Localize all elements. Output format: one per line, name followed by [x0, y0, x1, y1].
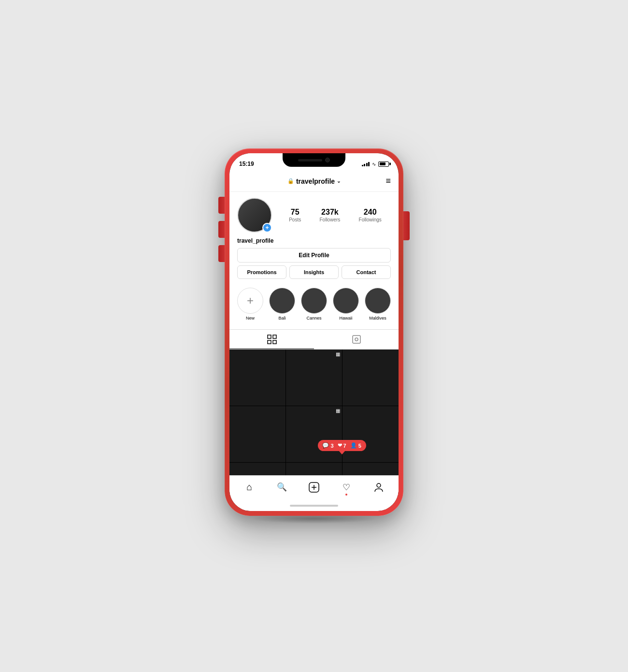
highlight-cannes[interactable]: Cannes [301, 288, 327, 321]
notch [283, 153, 345, 167]
home-icon: ⌂ [246, 482, 252, 493]
followers-stat[interactable]: 237k Followers [319, 208, 340, 222]
maldives-label: Maldives [369, 316, 386, 321]
comment-notification: 💬 3 [322, 442, 333, 449]
photo-grid: ▦ ▦ ▶ 💬 [229, 350, 399, 475]
action-buttons: Edit Profile Promotions Insights Contact [237, 248, 391, 279]
posts-count: 75 [291, 208, 300, 217]
battery-icon [378, 161, 389, 167]
add-story-button[interactable]: + [262, 223, 272, 233]
vol-up-button [218, 221, 225, 238]
nav-activity[interactable]: ♡ [330, 476, 362, 498]
profile-username: travel_profile [237, 237, 391, 244]
posts-label: Posts [289, 217, 301, 222]
followings-label: Followings [359, 217, 382, 222]
avatar-wrapper[interactable]: + [237, 198, 272, 233]
svg-rect-3 [273, 340, 276, 344]
tagged-icon [352, 335, 361, 344]
follow-count: 5 [358, 443, 361, 449]
grid-cell-2[interactable]: ▦ [286, 350, 342, 406]
grid-cell-7[interactable] [229, 463, 285, 475]
highlight-hawaii[interactable]: Hawaii [333, 288, 359, 321]
comment-count: 3 [330, 443, 333, 449]
grid-cell-5[interactable]: ▦ [286, 406, 342, 462]
nav-add[interactable] [298, 476, 330, 498]
grid-cell-3[interactable] [343, 350, 399, 406]
nav-search[interactable]: 🔍 [266, 476, 298, 498]
activity-dot [345, 494, 347, 496]
grid-cell-6[interactable] [343, 406, 399, 462]
profile-username-header[interactable]: 🔒 travelprofile ⌄ [287, 177, 341, 185]
like-count: 7 [343, 443, 346, 449]
highlights-row: + New Bali Cannes Haw [237, 284, 391, 325]
grid-cell-1[interactable] [229, 350, 285, 406]
speaker [298, 159, 322, 161]
highlight-new[interactable]: + New [237, 288, 263, 321]
grid-cell-9[interactable] [343, 463, 399, 475]
cannes-label: Cannes [306, 316, 321, 321]
signal-bar-3 [366, 163, 368, 166]
new-highlight-circle[interactable]: + [237, 288, 263, 314]
stats-row: 75 Posts 237k Followers 240 Followings [280, 208, 391, 222]
tab-grid[interactable] [229, 330, 314, 349]
status-icons: ∿ [362, 161, 389, 167]
multi-post-icon: ▦ [336, 351, 340, 357]
content-tabs [229, 329, 399, 350]
profile-icon [374, 482, 384, 492]
signal-bar-2 [364, 164, 365, 166]
nav-profile[interactable] [362, 476, 395, 498]
signal-bar-1 [362, 165, 363, 166]
bali-circle [269, 288, 295, 314]
svg-rect-0 [268, 335, 271, 338]
wifi-icon: ∿ [372, 161, 376, 167]
followings-stat[interactable]: 240 Followings [359, 208, 382, 222]
contact-button[interactable]: Contact [342, 265, 391, 279]
promotions-button[interactable]: Promotions [237, 265, 286, 279]
bali-label: Bali [278, 316, 285, 321]
grid-cell-4[interactable] [229, 406, 285, 462]
header-username-text: travelprofile [296, 177, 335, 185]
phone-device: 15:19 ∿ [225, 148, 403, 516]
grid-icon [267, 335, 277, 344]
tab-tagged[interactable] [314, 330, 399, 349]
multi-post-icon-2: ▦ [336, 408, 340, 413]
follow-notification: 👤 5 [350, 442, 361, 449]
notification-bubble: 💬 3 ❤ 7 👤 5 [317, 440, 366, 451]
signal-bar-4 [368, 162, 370, 166]
secondary-buttons-row: Promotions Insights Contact [237, 265, 391, 279]
nav-home[interactable]: ⌂ [233, 476, 266, 498]
battery-fill [380, 162, 386, 165]
maldives-circle [365, 288, 391, 314]
hawaii-label: Hawaii [339, 316, 352, 321]
grid-cell-8[interactable]: ▶ [286, 463, 342, 475]
bubble-tail [339, 451, 345, 454]
highlight-bali[interactable]: Bali [269, 288, 295, 321]
comment-icon: 💬 [322, 442, 329, 449]
edit-profile-button[interactable]: Edit Profile [237, 248, 391, 263]
svg-point-5 [355, 338, 358, 341]
insights-button[interactable]: Insights [289, 265, 339, 279]
svg-rect-2 [268, 340, 271, 344]
phone-screen: 15:19 ∿ [229, 153, 399, 511]
ig-header: 🔒 travelprofile ⌄ ≡ [229, 171, 399, 192]
menu-icon[interactable]: ≡ [385, 176, 391, 186]
followings-count: 240 [364, 208, 377, 217]
like-notification: ❤ 7 [338, 442, 346, 449]
heart-icon: ♡ [343, 482, 350, 493]
followers-count: 237k [321, 208, 339, 217]
lock-icon: 🔒 [287, 178, 294, 184]
profile-section: + 75 Posts 237k Followers [229, 192, 399, 329]
highlight-maldives[interactable]: Maldives [365, 288, 391, 321]
like-icon: ❤ [338, 442, 342, 449]
svg-point-9 [377, 483, 381, 487]
search-icon: 🔍 [277, 482, 287, 492]
add-icon [309, 482, 319, 493]
followers-label: Followers [319, 217, 340, 222]
phone-bezel: 15:19 ∿ [229, 153, 399, 511]
svg-rect-4 [353, 336, 360, 343]
chevron-down-icon: ⌄ [337, 178, 341, 184]
home-bar [290, 505, 338, 507]
home-indicator [229, 500, 399, 511]
posts-stat[interactable]: 75 Posts [289, 208, 301, 222]
svg-rect-1 [273, 335, 276, 338]
